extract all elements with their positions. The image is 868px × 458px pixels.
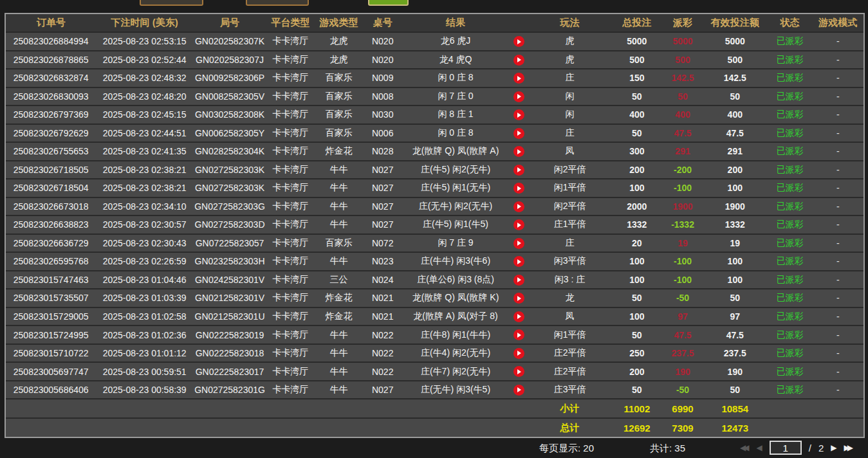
replay-button[interactable]: [513, 128, 524, 139]
next-page-icon[interactable]: ▶: [831, 444, 836, 452]
replay-button[interactable]: [513, 73, 524, 84]
cell-status: 已派彩: [767, 344, 812, 363]
total-count-label: 共计: 35: [650, 443, 685, 455]
replay-button[interactable]: [513, 256, 524, 267]
cell-result: [402, 399, 509, 418]
table-row: 2508230268300932025-08-23 02:48:20GN0082…: [6, 87, 863, 106]
cell-play: [509, 234, 528, 253]
cell-payout: -1332: [663, 215, 703, 234]
cell-result: 龙(散牌 Q) 凤(散牌 A): [402, 142, 509, 161]
cell-round: GN0272582303K: [193, 161, 266, 179]
replay-button[interactable]: [513, 293, 524, 304]
play-icon: [517, 351, 521, 356]
cell-result: 龙(散牌 Q) 凤(散牌 K): [402, 289, 509, 307]
cell-play: [509, 325, 528, 344]
table-row: 2508230266388232025-08-23 02:30:57GN0272…: [6, 215, 863, 234]
cell-payout: 291: [663, 142, 703, 161]
cell-total_bet: 20: [611, 234, 663, 253]
table-row: 2508230157107222025-08-23 01:01:12GN0222…: [6, 344, 863, 363]
cell-play: [509, 32, 528, 51]
replay-button[interactable]: [513, 348, 524, 359]
cell-order: 250823005686406: [6, 381, 96, 399]
top-tab-button-1[interactable]: [140, 0, 203, 6]
replay-button[interactable]: [513, 109, 524, 120]
cell-status: 已派彩: [767, 381, 812, 399]
play-icon: [517, 369, 521, 374]
replay-button[interactable]: [513, 275, 524, 286]
cell-round: GN0272582303K: [193, 179, 266, 197]
page-input[interactable]: [770, 441, 802, 455]
cell-round: GN0302582308K: [193, 105, 266, 124]
cell-mode: -: [813, 234, 863, 253]
cell-bet_type: 虎: [528, 51, 611, 69]
replay-button[interactable]: [513, 146, 524, 157]
replay-button[interactable]: [513, 238, 524, 249]
cell-result: 龙6 虎J: [402, 32, 509, 51]
cell-payout: 47.5: [663, 124, 703, 143]
total-count-value: 35: [674, 443, 685, 453]
cell-platform: 卡卡湾厅: [266, 142, 314, 161]
cell-play: [509, 381, 528, 399]
cell-order: 250823026673018: [6, 197, 96, 216]
replay-button[interactable]: [513, 55, 524, 66]
cell-play: [509, 215, 528, 234]
cell-payout: -100: [663, 252, 703, 271]
replay-button[interactable]: [513, 219, 524, 230]
cell-valid_bet: 19: [703, 234, 767, 253]
play-icon: [517, 296, 521, 301]
cell-payout: 7309: [663, 418, 703, 437]
cell-mode: [813, 418, 863, 437]
cell-order: 250823026636729: [6, 234, 96, 253]
cell-round: [193, 399, 266, 418]
cell-order: 250823015729005: [6, 307, 96, 326]
replay-button[interactable]: [513, 183, 524, 194]
replay-button[interactable]: [513, 366, 524, 377]
cell-platform: 卡卡湾厅: [266, 161, 314, 179]
table-row: 2508230056864062025-08-23 00:58:39GN0272…: [6, 381, 863, 399]
cell-valid_bet: 100: [703, 252, 767, 271]
cell-bet_type: 庄: [528, 234, 611, 253]
prev-page-icon[interactable]: ◀: [756, 444, 762, 452]
play-icon: [517, 149, 521, 154]
cell-total_bet: 5000: [611, 32, 663, 51]
cell-table_no: N027: [364, 161, 402, 179]
replay-button[interactable]: [513, 91, 524, 102]
column-header-time: 下注时间 (美东): [96, 14, 192, 32]
cell-play: [509, 362, 528, 381]
play-icon: [517, 57, 521, 62]
replay-button[interactable]: [513, 329, 524, 340]
cell-status: 已派彩: [767, 124, 812, 143]
cell-payout: 6990: [663, 399, 703, 418]
replay-button[interactable]: [513, 201, 524, 212]
cell-total_bet: 50: [611, 124, 663, 143]
play-icon: [517, 167, 521, 172]
replay-button[interactable]: [513, 36, 524, 47]
cell-table_no: N022: [364, 344, 402, 363]
cell-platform: 卡卡湾厅: [266, 271, 314, 289]
play-icon: [517, 259, 521, 264]
cell-time: 2025-08-23 02:53:15: [96, 32, 192, 51]
last-page-icon[interactable]: ▶▶: [844, 444, 850, 452]
column-header-play: [509, 14, 528, 32]
play-icon: [517, 39, 521, 44]
first-page-icon[interactable]: ◀◀: [740, 444, 746, 452]
cell-total_bet: 200: [611, 362, 663, 381]
replay-button[interactable]: [513, 385, 524, 396]
cell-mode: [813, 399, 863, 418]
cell-result: 庄(无牛) 闲2(无牛): [402, 197, 509, 216]
cell-payout: -50: [663, 381, 703, 399]
cell-table_no: N008: [364, 87, 402, 106]
top-tab-button-2[interactable]: [246, 0, 309, 6]
replay-button[interactable]: [513, 165, 524, 176]
cell-time: 2025-08-23 01:02:36: [96, 325, 192, 344]
cell-table_no: N027: [364, 179, 402, 197]
cell-round: GN02225823018: [193, 344, 266, 363]
cell-status: 已派彩: [767, 161, 812, 179]
cell-bet_type: 庄1平倍: [528, 215, 611, 234]
cell-game: 百家乐: [314, 87, 363, 106]
cell-result: 庄(牛7) 闲2(无牛): [402, 362, 509, 381]
top-tab-button-active[interactable]: [368, 0, 409, 6]
replay-button[interactable]: [513, 311, 524, 322]
cell-bet_type: 闲1平倍: [528, 325, 611, 344]
cell-result: 龙4 虎Q: [402, 51, 509, 69]
